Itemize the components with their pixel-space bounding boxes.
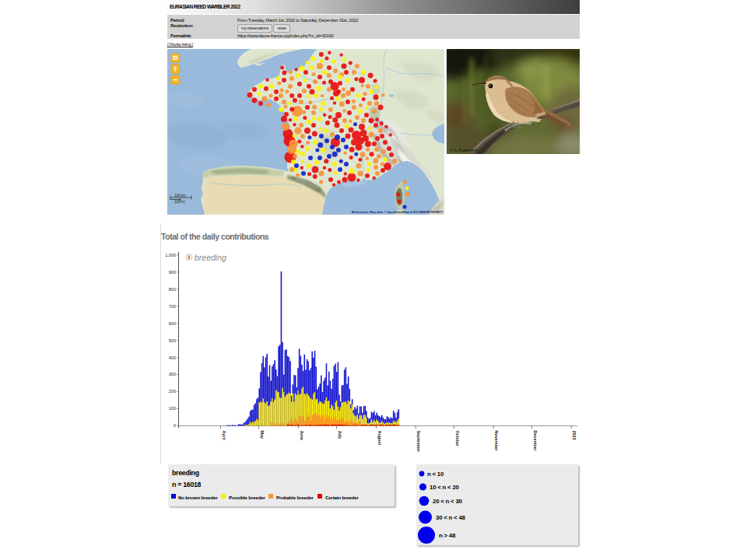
svg-text:November: November — [494, 431, 499, 452]
svg-text:500: 500 — [169, 338, 176, 343]
svg-text:2023: 2023 — [572, 431, 577, 440]
svg-text:20 < n < 30: 20 < n < 30 — [433, 498, 463, 505]
svg-text:400: 400 — [169, 355, 176, 360]
svg-text:i: i — [188, 254, 190, 260]
svg-text:August: August — [377, 431, 382, 446]
svg-text:100: 100 — [169, 406, 176, 411]
svg-text:600: 600 — [169, 321, 176, 326]
svg-text:breeding: breeding — [195, 253, 226, 262]
svg-text:0: 0 — [174, 423, 176, 428]
svg-text:30 < n < 48: 30 < n < 48 — [436, 514, 466, 521]
svg-text:July: July — [338, 431, 342, 439]
svg-text:n < 10: n < 10 — [427, 471, 444, 478]
svg-text:700: 700 — [169, 304, 176, 309]
svg-text:June: June — [300, 431, 304, 441]
svg-text:n > 48: n > 48 — [439, 532, 456, 539]
svg-text:December: December — [533, 431, 538, 452]
svg-text:900: 900 — [169, 270, 176, 275]
svg-text:10 < n < 20: 10 < n < 20 — [430, 484, 460, 491]
svg-text:April: April — [222, 431, 226, 441]
svg-text:May: May — [260, 431, 265, 439]
svg-text:200: 200 — [169, 389, 176, 394]
svg-text:October: October — [455, 431, 460, 448]
svg-text:September: September — [416, 431, 421, 453]
svg-text:1,000: 1,000 — [165, 253, 176, 257]
svg-text:300: 300 — [169, 372, 176, 376]
svg-text:800: 800 — [169, 287, 176, 292]
